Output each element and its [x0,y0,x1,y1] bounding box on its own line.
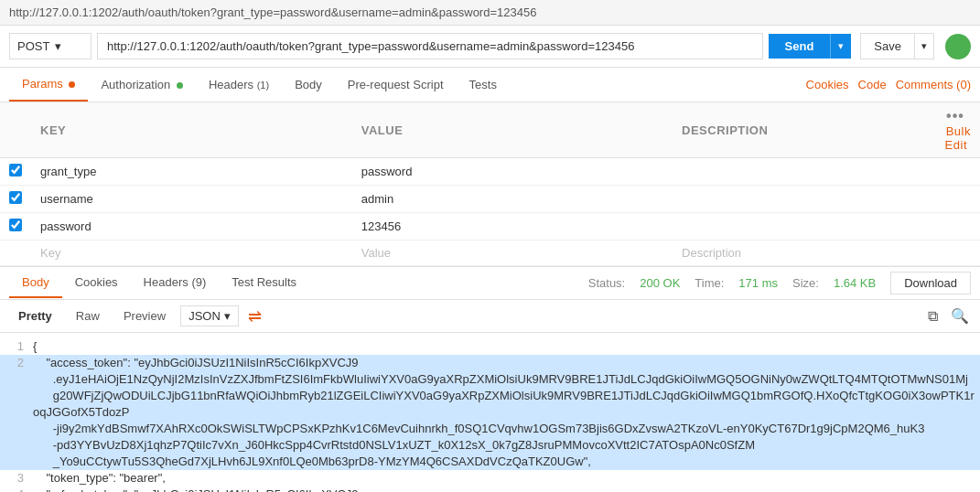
code-line: -ji9y2mkYdBSmwf7XAhRXc0OkSWiSLTWpCPSxKPz… [0,421,980,437]
params-dot [69,81,75,88]
line-content: -ji9y2mkYdBSmwf7XAhRXc0OkSWiSLTWpCPSxKPz… [33,421,980,437]
line-content: "token_type": "bearer", [33,470,980,487]
table-row: password 123456 [0,213,980,241]
code-line: _Yo9uCCtywTu5S3QheGd7XjLHvh6JL9Xnf0LQe0M… [0,454,980,470]
format-right-icons: ⧉ 🔍 [926,305,971,326]
params-section: KEY VALUE DESCRIPTION ••• Bulk Edit [0,102,980,267]
row-checkbox-2[interactable] [9,219,22,231]
table-row: grant_type password [0,158,980,186]
row-desc-0 [673,158,933,186]
params-new-row: Key Value Description [0,241,980,266]
row-action-2 [933,213,980,241]
line-content: "access_token": "eyJhbGci0iJSUzI1NiIsInR… [33,355,980,371]
line-content: { [33,338,980,355]
row-desc-2 [673,213,933,241]
tab-tests[interactable]: Tests [457,69,510,101]
row-key-1: username [31,186,352,213]
row-action-0 [933,158,980,186]
avatar [945,34,971,59]
url-bar: POST ▾ Send ▾ Save ▾ [0,26,980,68]
download-button[interactable]: Download [890,272,971,294]
json-format-select[interactable]: JSON ▾ [180,305,239,326]
col-key-header: KEY [31,102,352,158]
line-content: -pd3YYBvUzD8Xj1qhzP7QtiIc7vXn_J60HkcSpp4… [33,437,980,454]
key-placeholder: Key [40,246,60,260]
row-checkbox-0[interactable] [9,164,22,176]
code-line: g20WFjZjQwODUiLCJjbG11bnRfaWQiOiJhbmRyb2… [0,388,980,421]
line-number: 3 [0,470,33,487]
row-desc-1 [673,186,933,213]
code-line: .eyJ1eHAiOjE1NzQyNjI2MzIsInVzZXJfbmFtZSI… [0,371,980,388]
line-content: g20WFjZjQwODUiLCJjbG11bnRfaWQiOiJhbmRyb2… [33,388,980,421]
comments-link[interactable]: Comments (0) [896,78,971,91]
col-value-header: VALUE [352,102,673,158]
title-bar: http://127.0.0.1:1202/auth/oauth/token?g… [0,0,980,26]
resp-tab-body[interactable]: Body [9,268,62,298]
time-value: 171 ms [738,276,778,290]
col-desc-header: DESCRIPTION [673,102,933,158]
row-checkbox-cell [0,186,31,213]
resp-tab-test-results[interactable]: Test Results [219,268,309,298]
tab-pre-request[interactable]: Pre-request Script [335,69,457,101]
tabs-right: Cookies Code Comments (0) [806,78,971,91]
row-checkbox-cell [0,213,31,241]
table-row: username admin [0,186,980,213]
code-line: 4 "refresh_token": "eyJhbGci0iJSUzI1NiIs… [0,487,980,492]
resp-tab-cookies[interactable]: Cookies [62,268,131,298]
format-tab-raw[interactable]: Raw [67,305,109,326]
line-number: 4 [0,487,33,492]
code-area: 1{2 "access_token": "eyJhbGci0iJSUzI1NiI… [0,333,980,492]
tab-params[interactable]: Params [9,68,88,102]
auth-dot [177,82,183,89]
code-line: -pd3YYBvUzD8Xj1qhzP7QtiIc7vXn_J60HkcSpp4… [0,437,980,454]
format-bar: Pretty Raw Preview JSON ▾ ⇌ ⧉ 🔍 [0,300,980,333]
row-value-2: 123456 [352,213,673,241]
response-tabs-bar: Body Cookies Headers (9) Test Results St… [0,267,980,300]
response-status: Status: 200 OK Time: 171 ms Size: 1.64 K… [588,272,971,294]
col-actions-header: ••• Bulk Edit [933,102,980,158]
search-icon[interactable]: 🔍 [949,305,971,326]
status-value: 200 OK [640,276,680,290]
save-button[interactable]: Save [860,33,915,59]
code-link[interactable]: Code [858,78,887,91]
row-key-0: grant_type [31,158,352,186]
desc-placeholder: Description [682,246,741,260]
value-placeholder: Value [361,246,391,260]
format-tab-pretty[interactable]: Pretty [9,305,61,326]
row-key-2: password [31,213,352,241]
copy-icon[interactable]: ⧉ [926,306,940,326]
line-number: 2 [0,355,33,371]
col-checkbox [0,102,31,158]
line-content: "refresh_token": "eyJhbGci0iJSUzI1NiIsIn… [33,487,980,492]
send-button[interactable]: Send [769,34,831,59]
row-value-1: admin [352,186,673,213]
request-tabs-bar: Params Authorization Headers (1) Body Pr… [0,68,980,102]
row-action-1 [933,186,980,213]
method-select[interactable]: POST ▾ [9,33,92,59]
format-tab-preview[interactable]: Preview [114,305,175,326]
bulk-edit-button[interactable]: Bulk Edit [942,124,971,152]
cookies-link[interactable]: Cookies [806,78,849,91]
send-dropdown-button[interactable]: ▾ [830,34,851,59]
params-table: KEY VALUE DESCRIPTION ••• Bulk Edit [0,102,980,266]
row-checkbox-1[interactable] [9,191,22,204]
row-checkbox-cell [0,158,31,186]
resp-tab-headers[interactable]: Headers (9) [131,268,220,298]
code-line: 1{ [0,338,980,355]
tab-headers[interactable]: Headers (1) [196,69,282,101]
title-url: http://127.0.0.1:1202/auth/oauth/token?g… [9,5,536,19]
tab-body[interactable]: Body [282,69,335,101]
more-options-icon[interactable]: ••• [946,108,964,123]
send-btn-group: Send ▾ [769,34,852,59]
line-content: _Yo9uCCtywTu5S3QheGd7XjLHvh6JL9Xnf0LQe0M… [33,454,980,470]
tab-authorization[interactable]: Authorization [88,69,196,101]
save-dropdown-button[interactable]: ▾ [915,33,934,59]
url-input[interactable] [97,33,763,59]
method-label: POST [17,39,49,53]
size-value: 1.64 KB [834,276,876,290]
code-line: 3 "token_type": "bearer", [0,470,980,487]
line-content: .eyJ1eHAiOjE1NzQyNjI2MzIsInVzZXJfbmFtZSI… [33,371,980,388]
row-value-0: password [352,158,673,186]
line-number: 1 [0,338,33,355]
wrap-icon[interactable]: ⇌ [248,306,262,326]
